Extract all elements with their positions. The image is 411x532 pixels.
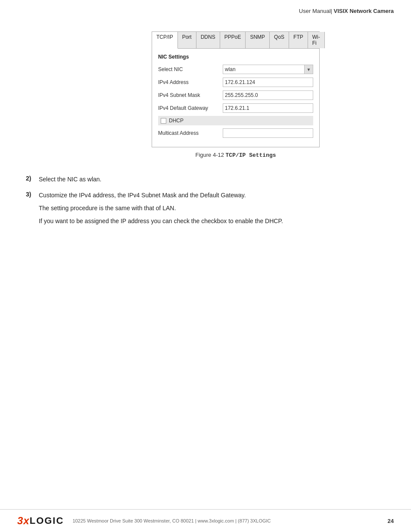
step-2-content: Select the NIC as wlan. <box>39 175 394 184</box>
logo-logic: LOGIC <box>30 515 64 526</box>
multicast-input[interactable] <box>223 128 313 138</box>
tab-wifi[interactable]: Wi-Fi <box>308 32 325 48</box>
dhcp-checkbox[interactable] <box>161 118 166 124</box>
step-3-sub-1: The setting procedure is the same with t… <box>39 203 394 213</box>
ui-panel: TCP/IP Port DDNS PPPoE SNMP QoS FTP Wi-F… <box>152 31 320 147</box>
tab-snmp[interactable]: SNMP <box>246 32 270 48</box>
step-2-text: Select the NIC as wlan. <box>39 176 102 183</box>
figure-caption-title: TCP/IP Settings <box>226 152 276 159</box>
steps-area: 2) Select the NIC as wlan. 3) Customize … <box>0 175 411 242</box>
select-nic-row: Select NIC wlan ▼ <box>158 64 313 75</box>
ipv4-address-input[interactable] <box>223 78 313 87</box>
ipv4-subnet-label: IPv4 Subnet Mask <box>158 92 223 98</box>
tab-pppoe[interactable]: PPPoE <box>220 32 246 48</box>
ipv4-subnet-input[interactable] <box>223 90 313 100</box>
footer-logo: 3xLOGIC <box>17 515 64 527</box>
select-nic-arrow[interactable]: ▼ <box>305 65 313 74</box>
footer-page: 24 <box>388 518 394 524</box>
figure-container: TCP/IP Port DDNS PPPoE SNMP QoS FTP Wi-F… <box>78 31 394 159</box>
dhcp-row: DHCP <box>158 116 313 125</box>
page-footer: 3xLOGIC 10225 Westmoor Drive Suite 300 W… <box>0 509 411 532</box>
dhcp-label: DHCP <box>169 118 184 124</box>
tab-port[interactable]: Port <box>178 32 196 48</box>
tab-tcpip[interactable]: TCP/IP <box>152 32 178 49</box>
figure-caption-prefix: Figure 4-12 <box>195 152 225 158</box>
header-title: VISIX Network Camera <box>334 8 394 14</box>
page-header: User Manual| VISIX Network Camera <box>0 0 411 19</box>
ipv4-gateway-label: IPv4 Default Gateway <box>158 105 223 111</box>
multicast-label: Multicast Address <box>158 130 223 136</box>
ipv4-gateway-input[interactable] <box>223 103 313 113</box>
ipv4-gateway-row: IPv4 Default Gateway <box>158 103 313 113</box>
ipv4-address-row: IPv4 Address <box>158 77 313 87</box>
step-3-number: 3) <box>26 191 39 226</box>
step-3: 3) Customize the IPv4 address, the IPv4 … <box>26 191 394 226</box>
ipv4-subnet-row: IPv4 Subnet Mask <box>158 90 313 100</box>
step-3-content: Customize the IPv4 address, the IPv4 Sub… <box>39 191 394 226</box>
footer-text: 10225 Westmoor Drive Suite 300 Westminst… <box>72 518 387 523</box>
select-nic-display[interactable]: wlan <box>223 65 305 74</box>
tab-bar: TCP/IP Port DDNS PPPoE SNMP QoS FTP Wi-F… <box>152 32 319 49</box>
step-3-text: Customize the IPv4 address, the IPv4 Sub… <box>39 192 246 199</box>
tab-qos[interactable]: QoS <box>270 32 289 48</box>
select-nic-label: Select NIC <box>158 66 223 72</box>
step-2-number: 2) <box>26 175 39 184</box>
panel-body: NIC Settings Select NIC wlan ▼ IPv4 Addr… <box>152 49 319 147</box>
header-prefix: User Manual| <box>299 8 334 14</box>
logo-3x: 3x <box>17 515 30 527</box>
tab-ddns[interactable]: DDNS <box>196 32 220 48</box>
step-2: 2) Select the NIC as wlan. <box>26 175 394 184</box>
figure-caption: Figure 4-12 TCP/IP Settings <box>195 152 276 159</box>
select-nic-wrapper[interactable]: wlan ▼ <box>223 65 313 74</box>
ipv4-address-label: IPv4 Address <box>158 79 223 85</box>
section-title: NIC Settings <box>158 54 313 60</box>
multicast-row: Multicast Address <box>158 128 313 138</box>
step-3-sub-2: If you want to be assigned the IP addres… <box>39 216 394 226</box>
tab-ftp[interactable]: FTP <box>289 32 308 48</box>
content-area: TCP/IP Port DDNS PPPoE SNMP QoS FTP Wi-F… <box>0 19 411 175</box>
